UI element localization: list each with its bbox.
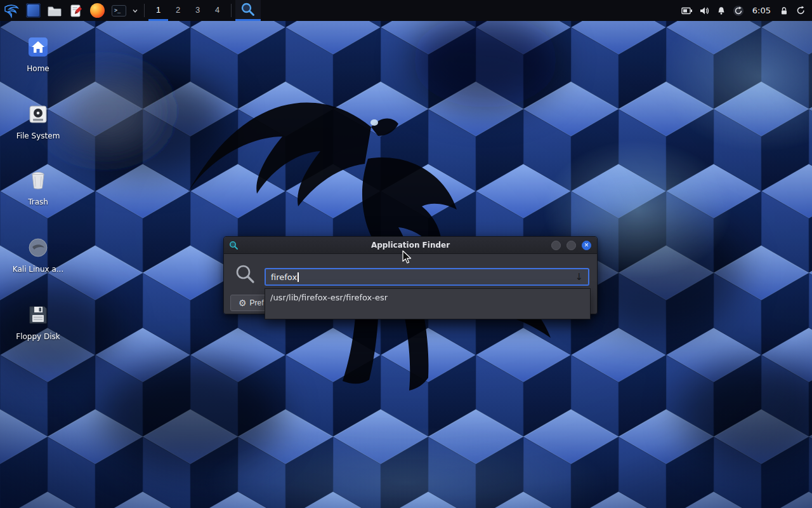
workspace-4[interactable]: 4 [207,0,227,21]
gear-icon: ⚙ [239,298,247,308]
desktop-icon-file-system[interactable]: File System [0,103,76,140]
search-text: firefox [271,272,297,282]
terminal-icon: >_ [111,3,127,18]
svg-text:>_: >_ [114,7,121,13]
folder-icon [47,3,62,18]
launcher-firefox[interactable] [87,0,108,21]
firefox-icon [90,3,105,18]
application-finder-icon [240,1,256,18]
terminal-dropdown-button[interactable] [130,0,140,21]
desktop-icon-label: File System [0,131,76,140]
floppy-disk-icon [27,304,49,326]
panel-left: >_ 1 2 3 4 [0,0,261,21]
desktop-icon-kali-linux[interactable]: Kali Linux a... [0,236,76,274]
tray-battery-button[interactable] [678,0,696,21]
desktop-screen: >_ 1 2 3 4 [0,0,812,508]
desktop-icon-label: Trash [0,197,76,206]
taskbar-application-finder[interactable] [235,0,261,21]
preferences-label: Pref [250,298,264,307]
desktop-icon-label: Home [0,64,76,73]
home-icon [27,36,49,58]
battery-icon [681,6,693,16]
window-title: Application Finder [224,241,597,250]
desktop-icon-label: Floppy Disk [0,332,76,341]
desktop-icon-home[interactable]: Home [0,36,76,73]
mouse-cursor [402,250,412,264]
launcher-files[interactable] [23,0,44,21]
top-panel: >_ 1 2 3 4 [0,0,812,21]
panel-separator [144,4,145,17]
close-button[interactable]: ✕ [582,241,591,250]
tray-power-button[interactable] [792,0,809,21]
speaker-icon [699,6,710,16]
workspace-1[interactable]: 1 [148,0,168,21]
files-app-icon [26,3,41,18]
kali-docs-icon [27,236,49,259]
minimize-button[interactable] [551,241,561,250]
application-finder-window: Application Finder ✕ firefox ↓ ⚙ [223,236,598,314]
dropdown-arrow-icon[interactable]: ↓ [575,271,583,283]
desktop-icon-label: Kali Linux a... [0,265,76,274]
lock-icon [779,6,789,16]
completion-popup: /usr/lib/firefox-esr/firefox-esr [265,288,591,319]
bell-icon [716,6,726,16]
search-icon [234,263,257,286]
tray-notifications-button[interactable] [713,0,730,21]
update-circular-arrow-icon [733,5,744,17]
tray-lock-button[interactable] [776,0,792,21]
file-system-icon [27,103,49,126]
launcher-terminal[interactable]: >_ [108,0,130,21]
workspace-2[interactable]: 2 [168,0,188,21]
chevron-down-icon [132,3,138,19]
power-refresh-icon [796,5,806,16]
launcher-text-editor[interactable] [65,0,87,21]
close-icon: ✕ [584,242,589,248]
desktop-icon-floppy-disk[interactable]: Floppy Disk [0,304,76,341]
clock[interactable]: 6:05 [747,0,776,21]
trash-icon [27,169,49,192]
workspace-switcher: 1 2 3 4 [148,0,227,21]
workspace-3[interactable]: 3 [188,0,207,21]
window-controls: ✕ [551,241,597,250]
panel-separator [231,4,232,17]
text-caret [298,272,299,282]
completion-item[interactable]: /usr/lib/firefox-esr/firefox-esr [265,289,590,306]
kali-logo-icon [3,3,20,19]
maximize-button[interactable] [566,241,576,250]
tray-updates-button[interactable] [730,0,747,21]
kali-menu-button[interactable] [0,0,23,21]
tray-volume-button[interactable] [696,0,713,21]
text-editor-icon [69,3,84,18]
panel-right: 6:05 [678,0,812,21]
search-input[interactable]: firefox ↓ [265,268,589,286]
desktop-icon-trash[interactable]: Trash [0,169,76,206]
launcher-file-manager[interactable] [44,0,65,21]
